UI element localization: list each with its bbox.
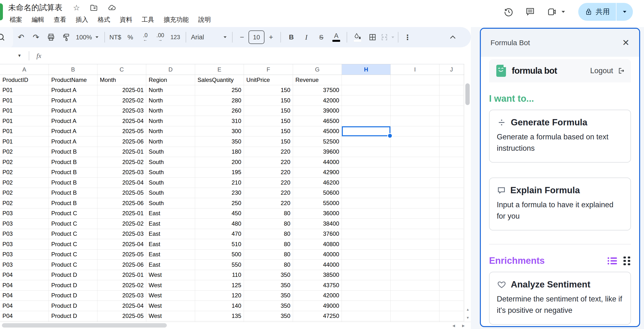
decrease-decimal-button[interactable]: .0←: [138, 30, 153, 44]
cell[interactable]: [440, 95, 464, 106]
cell[interactable]: Product B: [49, 198, 98, 208]
cell[interactable]: Product C: [49, 250, 98, 260]
cell[interactable]: [391, 280, 440, 291]
cell[interactable]: West: [146, 301, 195, 311]
cell[interactable]: Product D: [49, 280, 98, 291]
cell[interactable]: 300: [195, 126, 244, 137]
cell[interactable]: [391, 229, 440, 239]
cell[interactable]: Product B: [49, 188, 98, 198]
cell[interactable]: 350: [244, 311, 293, 322]
cell[interactable]: North: [146, 95, 195, 106]
cell[interactable]: 44000: [293, 260, 342, 270]
cell[interactable]: 350: [244, 270, 293, 281]
cell[interactable]: [342, 167, 391, 178]
cell[interactable]: P04: [0, 311, 49, 322]
font-select[interactable]: Arial: [189, 30, 229, 44]
menu-item-6[interactable]: 資料: [118, 15, 134, 24]
card-explain-formula[interactable]: Explain FormulaInput a formula to have i…: [489, 178, 631, 230]
cell[interactable]: [342, 239, 391, 250]
cell[interactable]: SalesQuantity: [195, 75, 244, 85]
menu-item-8[interactable]: 擴充功能: [162, 15, 190, 24]
cell[interactable]: 45000: [293, 126, 342, 137]
cell[interactable]: Product D: [49, 291, 98, 301]
print-button[interactable]: [44, 30, 58, 44]
menu-item-2[interactable]: 編輯: [30, 15, 46, 24]
cell[interactable]: [440, 157, 464, 167]
cell[interactable]: 350: [244, 301, 293, 311]
cell[interactable]: [342, 188, 391, 198]
cell[interactable]: 150: [244, 106, 293, 116]
cell[interactable]: [440, 147, 464, 157]
cell[interactable]: 2025-03: [98, 229, 146, 239]
cell[interactable]: P04: [0, 280, 49, 291]
share-button[interactable]: 共用: [578, 3, 633, 21]
cell[interactable]: 450: [195, 208, 244, 219]
cell[interactable]: 195: [195, 167, 244, 178]
cell[interactable]: 180: [195, 147, 244, 157]
cell[interactable]: 42000: [293, 291, 342, 301]
cell[interactable]: [440, 311, 464, 322]
cell[interactable]: [391, 167, 440, 178]
scroll-down-button[interactable]: ▼: [464, 314, 471, 322]
cell[interactable]: West: [146, 291, 195, 301]
cell[interactable]: [440, 178, 464, 188]
cell[interactable]: [342, 147, 391, 157]
cell[interactable]: 500: [195, 250, 244, 260]
undo-button[interactable]: ↶: [14, 30, 28, 44]
cell[interactable]: 2025-05: [98, 188, 146, 198]
cell[interactable]: [391, 250, 440, 260]
cell[interactable]: 2025-05: [98, 126, 146, 137]
cell[interactable]: 2025-06: [98, 136, 146, 147]
cell[interactable]: 150: [244, 85, 293, 96]
vertical-scrollbar[interactable]: ▲ ▼: [464, 64, 471, 322]
cell[interactable]: North: [146, 116, 195, 126]
increase-decimal-button[interactable]: .00→: [153, 30, 168, 44]
cell[interactable]: Product C: [49, 239, 98, 250]
cell[interactable]: East: [146, 250, 195, 260]
italic-button[interactable]: I: [299, 30, 314, 44]
cell[interactable]: [342, 219, 391, 229]
cell[interactable]: 2025-04: [98, 178, 146, 188]
cell[interactable]: [391, 198, 440, 208]
cell[interactable]: Product A: [49, 116, 98, 126]
cell[interactable]: North: [146, 85, 195, 96]
cell[interactable]: North: [146, 106, 195, 116]
cell[interactable]: Product C: [49, 208, 98, 219]
cell[interactable]: P01: [0, 85, 49, 96]
cell[interactable]: 2025-03: [98, 167, 146, 178]
cell[interactable]: 310: [195, 116, 244, 126]
menu-item-1[interactable]: 檔案: [8, 15, 24, 24]
column-header-E[interactable]: E: [195, 64, 244, 75]
cell[interactable]: 39600: [293, 147, 342, 157]
cell[interactable]: 125: [195, 280, 244, 291]
cell[interactable]: North: [146, 136, 195, 147]
card-generate-formula[interactable]: Generate FormulaGenerate a formula based…: [489, 110, 631, 163]
redo-button[interactable]: ↷: [28, 30, 44, 44]
cell[interactable]: 220: [244, 188, 293, 198]
cell[interactable]: ProductName: [49, 75, 98, 85]
cell[interactable]: [440, 239, 464, 250]
cell[interactable]: [440, 136, 464, 147]
grid-view-icon[interactable]: [623, 256, 631, 266]
decrease-font-size-button[interactable]: −: [236, 30, 248, 44]
cell[interactable]: P03: [0, 250, 49, 260]
cell[interactable]: 2025-02: [98, 280, 146, 291]
cell[interactable]: Product D: [49, 311, 98, 322]
cell[interactable]: 44000: [293, 157, 342, 167]
cell[interactable]: [391, 301, 440, 311]
cell[interactable]: 350: [244, 280, 293, 291]
column-header-H[interactable]: H: [342, 64, 391, 75]
cell[interactable]: [391, 147, 440, 157]
cell[interactable]: [391, 116, 440, 126]
cell[interactable]: 220: [244, 147, 293, 157]
cell[interactable]: 43750: [293, 280, 342, 291]
menu-item-3[interactable]: 查看: [52, 15, 68, 24]
scroll-left-button[interactable]: ◀: [450, 322, 458, 329]
cell[interactable]: 260: [195, 106, 244, 116]
cell[interactable]: Product A: [49, 85, 98, 96]
column-header-J[interactable]: J: [440, 64, 464, 75]
cell[interactable]: 40000: [293, 250, 342, 260]
cell[interactable]: P01: [0, 95, 49, 106]
cell[interactable]: [391, 178, 440, 188]
cell[interactable]: 350: [244, 291, 293, 301]
